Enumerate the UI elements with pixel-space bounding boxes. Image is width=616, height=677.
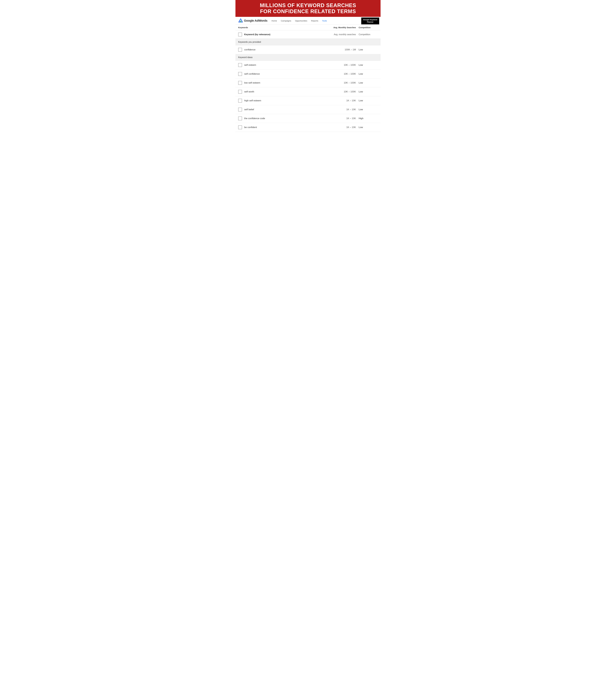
col-competition-header: Competition xyxy=(356,26,378,29)
row-avg-searches: 1K – 10K xyxy=(323,117,356,120)
row-keyword: low self esteem xyxy=(244,82,323,84)
column-headers: Keywords Avg. Monthly Searches Competiti… xyxy=(235,25,381,31)
sub-header-comp: Competition xyxy=(356,33,378,36)
sub-header-avg: Avg. monthly searches xyxy=(323,33,356,36)
row-competition: High xyxy=(356,117,378,120)
banner: MILLIONS OF KEYWORD SEARCHES FOR CONFIDE… xyxy=(235,0,381,17)
nav-home[interactable]: Home xyxy=(272,19,277,22)
table-row: high self esteem1K – 10KLow xyxy=(235,96,381,105)
keyword-planner-badge: Google Keyword Planner xyxy=(361,17,379,25)
row-avg-searches: 1K – 10K xyxy=(323,126,356,129)
row-avg-searches: 1K – 10K xyxy=(323,99,356,102)
row-checkbox[interactable] xyxy=(238,126,242,129)
sub-header-row: Keyword (by relevance) Avg. monthly sear… xyxy=(235,31,381,39)
row-keyword: self belief xyxy=(244,108,323,111)
nav-campaigns[interactable]: Campaigns xyxy=(281,19,291,22)
row-checkbox[interactable] xyxy=(238,108,242,111)
adwords-icon xyxy=(238,18,243,23)
row-competition: Low xyxy=(356,73,378,75)
nav-reports[interactable]: Reports xyxy=(311,19,318,22)
svg-marker-5 xyxy=(240,20,241,22)
row-competition: Low xyxy=(356,48,378,51)
row-keyword: confidence xyxy=(244,48,323,51)
row-keyword: be confident xyxy=(244,126,323,129)
table-row: self confidence10K – 100KLow xyxy=(235,70,381,79)
col-keywords-header: Keywords xyxy=(238,26,323,29)
row-keyword: self confidence xyxy=(244,73,323,75)
row-competition: Low xyxy=(356,99,378,102)
row-competition: Low xyxy=(356,64,378,66)
row-avg-searches: 10K – 100K xyxy=(323,73,356,75)
col-avg-searches-header: Avg. Monthly Searches xyxy=(323,26,356,29)
row-competition: Low xyxy=(356,126,378,129)
row-checkbox[interactable] xyxy=(238,90,242,94)
row-avg-searches: 10K – 100K xyxy=(323,64,356,66)
table-row: the confidence code1K – 10KHigh xyxy=(235,114,381,123)
row-checkbox[interactable] xyxy=(238,81,242,85)
row-keyword: high self esteem xyxy=(244,99,323,102)
section-group-1: Keyword ideas xyxy=(235,54,381,61)
table-row: self worth10K – 100KLow xyxy=(235,87,381,96)
sub-header-keyword-label: Keyword (by relevance) xyxy=(244,33,323,36)
badge-line1: Google Keyword xyxy=(363,18,377,21)
row-checkbox[interactable] xyxy=(238,72,242,76)
badge-line2: Planner xyxy=(363,21,377,23)
row-checkbox[interactable] xyxy=(238,99,242,102)
nav-tools[interactable]: Tools xyxy=(322,19,327,22)
row-keyword: self esteem xyxy=(244,64,323,66)
row-avg-searches: 100K – 1M xyxy=(323,48,356,51)
row-avg-searches: 1K – 10K xyxy=(323,108,356,111)
nav-opportunities[interactable]: Opportunities xyxy=(295,19,307,22)
table-row: low self esteem10K – 100KLow xyxy=(235,79,381,87)
navbar: Google AdWords Home Campaigns Opportunit… xyxy=(235,17,381,25)
banner-line2: FOR CONFIDENCE RELATED TERMS xyxy=(238,8,378,14)
row-keyword: the confidence code xyxy=(244,117,323,120)
sub-header-checkbox[interactable] xyxy=(238,33,242,36)
banner-line1: MILLIONS OF KEYWORD SEARCHES xyxy=(238,2,378,8)
row-avg-searches: 10K – 100K xyxy=(323,90,356,93)
row-competition: Low xyxy=(356,90,378,93)
table-row: self belief1K – 10KLow xyxy=(235,105,381,114)
row-checkbox[interactable] xyxy=(238,48,242,52)
sections-container: Keywords you providedconfidence100K – 1M… xyxy=(235,39,381,132)
table-row: self esteem10K – 100KLow xyxy=(235,61,381,70)
table-row: confidence100K – 1MLow xyxy=(235,45,381,54)
row-competition: Low xyxy=(356,108,378,111)
row-avg-searches: 10K – 100K xyxy=(323,82,356,84)
section-group-0: Keywords you provided xyxy=(235,39,381,45)
row-competition: Low xyxy=(356,82,378,84)
table-row: be confident1K – 10KLow xyxy=(235,123,381,132)
row-checkbox[interactable] xyxy=(238,63,242,67)
row-keyword: self worth xyxy=(244,90,323,93)
navbar-logo: Google AdWords xyxy=(238,18,267,23)
navbar-brand: Google AdWords xyxy=(244,19,267,22)
row-checkbox[interactable] xyxy=(238,117,242,120)
